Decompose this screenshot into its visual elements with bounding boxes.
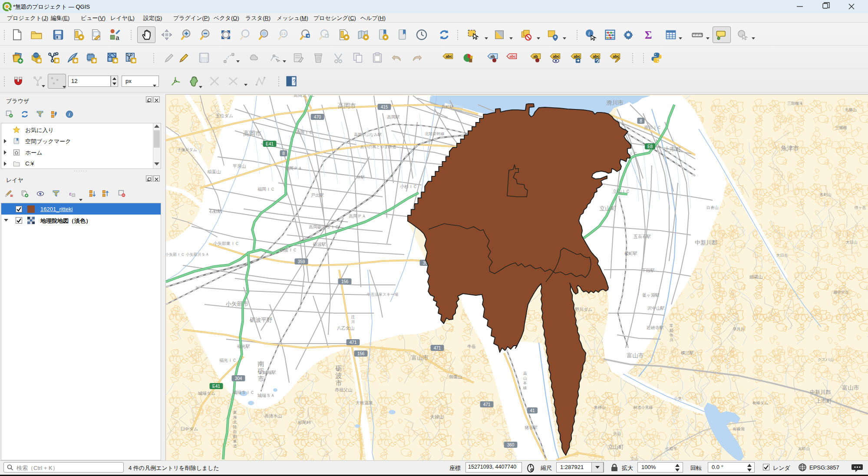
svg-text:車: 車 <box>233 439 237 443</box>
svg-text:abc: abc <box>446 54 452 59</box>
svg-text:福岡ＰＡ: 福岡ＰＡ <box>285 166 302 171</box>
svg-text:471: 471 <box>483 402 491 407</box>
svg-text:8: 8 <box>640 119 642 123</box>
svg-text:✱: ✱ <box>37 58 41 63</box>
svg-text:戸出駅: 戸出駅 <box>311 193 324 198</box>
svg-text:Σ: Σ <box>645 29 652 41</box>
svg-text:道: 道 <box>233 444 237 448</box>
svg-text:41: 41 <box>530 408 535 413</box>
svg-text:下段駅: 下段駅 <box>642 268 655 273</box>
svg-text:臼中ダム: 臼中ダム <box>181 426 198 431</box>
svg-text:359: 359 <box>298 259 305 264</box>
svg-text:a: a <box>116 34 119 41</box>
svg-text:ε: ε <box>69 190 72 197</box>
svg-text:林駅: 林駅 <box>356 175 365 179</box>
svg-text:abc: abc <box>553 54 559 59</box>
svg-text:砺波駅: 砺波駅 <box>313 242 326 247</box>
svg-text:尖山: 尖山 <box>613 431 621 436</box>
svg-text:304: 304 <box>235 376 242 381</box>
svg-text:南: 南 <box>258 360 264 367</box>
svg-text:横江駅: 横江駅 <box>681 350 694 355</box>
svg-text:御鷹山: 御鷹山 <box>449 374 462 379</box>
svg-text:360: 360 <box>507 443 515 447</box>
svg-text:福光ＩＣ: 福光ＩＣ <box>219 358 237 363</box>
svg-text:高岡市: 高岡市 <box>338 102 356 109</box>
svg-text:高岡市: 高岡市 <box>243 130 261 137</box>
svg-text:小矢部ＩＣ 小矢部川ＳＡ: 小矢部ＩＣ 小矢部川ＳＡ <box>166 252 209 257</box>
svg-text:1:1: 1:1 <box>281 32 286 36</box>
svg-text:砺波ＩＣ: 砺波ＩＣ <box>279 248 297 252</box>
svg-text:名剣山: 名剣山 <box>820 192 832 197</box>
svg-text:415: 415 <box>381 105 388 109</box>
svg-text:上市町: 上市町 <box>816 398 832 404</box>
svg-text:有峰湖: 有峰湖 <box>733 427 745 431</box>
svg-text:471: 471 <box>350 340 357 345</box>
svg-text:太郎山: 太郎山 <box>798 446 810 451</box>
svg-text:北陸新幹線: 北陸新幹線 <box>425 132 445 136</box>
svg-text:自: 自 <box>233 430 237 434</box>
svg-text:七姫平: 七姫平 <box>665 446 677 451</box>
svg-text:富山市: 富山市 <box>842 384 859 391</box>
svg-text:北: 北 <box>233 420 237 424</box>
svg-text:大日岳: 大日岳 <box>776 253 788 258</box>
svg-text:クズバ山: クズバ山 <box>818 357 834 362</box>
svg-text:高岡砺波ＳＩＣ: 高岡砺波ＳＩＣ <box>309 225 339 229</box>
svg-text:滑川市: 滑川市 <box>607 99 624 106</box>
svg-text:赤祖父山: 赤祖父山 <box>335 387 352 392</box>
svg-text:富山市: 富山市 <box>412 354 429 361</box>
svg-text:abc: abc <box>593 54 599 59</box>
svg-text:動: 動 <box>233 434 237 439</box>
svg-text:上市町: 上市町 <box>664 146 681 152</box>
svg-text:砺: 砺 <box>257 367 264 375</box>
svg-text:小見: 小見 <box>673 397 682 401</box>
svg-text:魚津市: 魚津市 <box>781 145 799 152</box>
svg-text:願: 願 <box>670 328 674 333</box>
svg-text:三腿棚: 三腿棚 <box>835 126 847 130</box>
svg-text:156: 156 <box>341 279 349 284</box>
svg-text:高岡ＰＡ: 高岡ＰＡ <box>349 214 366 218</box>
svg-text:福光駅: 福光駅 <box>237 344 250 349</box>
svg-text:市: 市 <box>258 375 264 382</box>
svg-text:i: i <box>588 30 590 36</box>
svg-text:高岡やぶなみ駅: 高岡やぶなみ駅 <box>354 132 382 137</box>
svg-text:海: 海 <box>233 415 237 420</box>
svg-text:岩峅寺駅: 岩峅寺駅 <box>647 325 664 330</box>
svg-text:釜ヶ淵駅: 釜ヶ淵駅 <box>642 293 660 298</box>
svg-text:E41: E41 <box>266 142 274 146</box>
svg-text:能町駅: 能町駅 <box>442 105 454 109</box>
svg-text:三階棚滝: 三階棚滝 <box>787 101 803 106</box>
svg-text:山: 山 <box>523 376 527 380</box>
svg-text:越中沢岳: 越中沢岳 <box>833 290 849 294</box>
svg-text:福岡ＩＣ: 福岡ＩＣ <box>257 187 275 192</box>
svg-text:高: 高 <box>523 371 527 376</box>
svg-text:石動駅: 石動駅 <box>209 209 222 214</box>
svg-text:小矢部東ＩＣ: 小矢部東ＩＣ <box>213 241 239 246</box>
svg-text:?: ? <box>293 78 296 85</box>
svg-text:子撫川ダム: 子撫川ダム <box>177 148 197 152</box>
svg-text:城端ダム: 城端ダム <box>198 391 215 396</box>
svg-text:毛勝山: 毛勝山 <box>845 108 857 112</box>
svg-text:僧ヶ岳: 僧ヶ岳 <box>854 205 866 210</box>
svg-text:波: 波 <box>336 372 342 379</box>
svg-text:庄: 庄 <box>351 315 355 319</box>
svg-text:本: 本 <box>523 381 527 385</box>
svg-text:高岡ＩＣ: 高岡ＩＣ <box>296 130 313 135</box>
svg-text:川: 川 <box>670 338 673 342</box>
svg-text:東: 東 <box>233 410 237 415</box>
svg-text:来拝山: 来拝山 <box>594 405 606 410</box>
svg-text:E8: E8 <box>647 144 653 149</box>
svg-text:✱: ✱ <box>132 58 136 63</box>
svg-text:稲葉山: 稲葉山 <box>207 169 221 174</box>
svg-text:高岡駅: 高岡駅 <box>387 115 400 119</box>
svg-text:常: 常 <box>670 324 673 328</box>
svg-text:高清水山: 高清水山 <box>264 413 282 418</box>
svg-text:8: 8 <box>282 151 285 156</box>
svg-text:寺: 寺 <box>670 333 673 337</box>
svg-text:榎町駅: 榎町駅 <box>624 251 637 256</box>
svg-text:大日山: 大日山 <box>846 240 858 245</box>
svg-text:白倉山: 白倉山 <box>707 205 719 210</box>
svg-text:i: i <box>69 112 70 117</box>
svg-text:中新川郡: 中新川郡 <box>810 389 831 395</box>
svg-text:大牧温泉: 大牧温泉 <box>356 400 373 405</box>
svg-text:牛岳: 牛岳 <box>467 344 476 349</box>
